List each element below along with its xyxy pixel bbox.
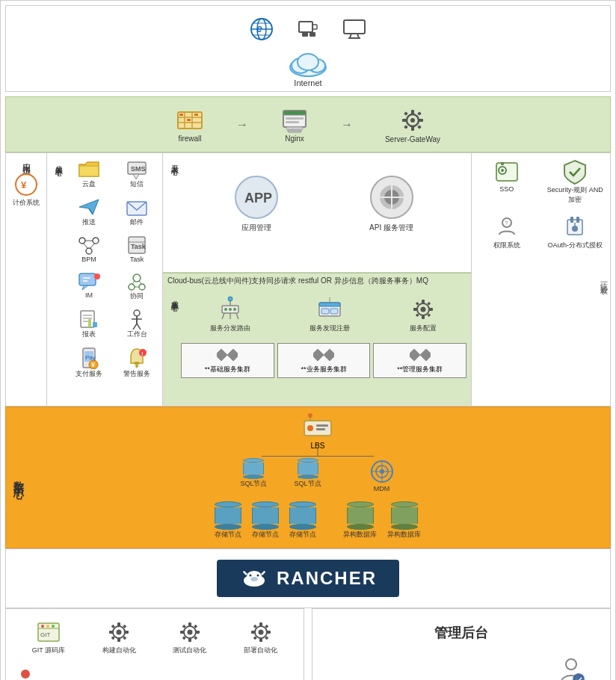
svg-point-140 [307, 425, 313, 431]
svg-line-80 [133, 324, 137, 330]
ps-row3: BPM Task Task [67, 232, 159, 265]
svg-rect-34 [411, 110, 414, 114]
service-config-label: 服务配置 [410, 324, 437, 333]
svg-rect-30 [286, 127, 303, 130]
svg-marker-47 [133, 174, 139, 179]
ps-row4: IM 协同 [67, 268, 159, 303]
svg-rect-35 [411, 126, 414, 131]
security-label: Security-规则 AND 加密 [546, 185, 606, 205]
bpm-block: BPM [69, 235, 109, 263]
svg-rect-175 [180, 631, 184, 634]
svg-rect-142 [316, 428, 325, 430]
sso-block: SSO [477, 158, 537, 205]
svg-rect-116 [413, 308, 417, 311]
test-icon [176, 619, 203, 646]
storage-3-label: 存储节点 [289, 530, 316, 540]
mdm-icon [369, 458, 395, 485]
workbench-icon [126, 309, 148, 330]
desktop-icon-block [341, 16, 368, 43]
connector-v1 [318, 448, 318, 456]
svg-point-52 [93, 238, 99, 244]
svg-point-144 [308, 413, 312, 418]
svg-point-66 [129, 284, 135, 290]
bpm-icon [78, 235, 100, 256]
center-col: 开发者中心 APP 应用管理 [163, 153, 472, 406]
service-router-block: 服务分发路由 [210, 295, 250, 333]
rancher-logo: RANCHER [217, 560, 399, 597]
sql-node-1: SQL节点 [240, 458, 267, 492]
mgmt-person-row: 平台管理员 [320, 657, 603, 680]
storage-3: 存储节点 [289, 501, 316, 540]
svg-rect-75 [93, 322, 97, 327]
biz-cluster: **业务服务集群 [277, 343, 371, 378]
svg-marker-61 [82, 285, 88, 290]
svg-text:Task: Task [131, 243, 147, 250]
svg-rect-24 [187, 119, 191, 121]
diamond-cluster-icon-3 [410, 347, 431, 362]
service-discovery-icon [315, 295, 344, 324]
collab-label: 协同 [130, 291, 144, 301]
storage-db-3 [289, 501, 316, 530]
auth-grid: SSO Security-规则 AND 加密 ? [475, 156, 607, 253]
svg-rect-36 [402, 119, 407, 122]
svg-point-162 [117, 630, 122, 635]
dev-center: 开发者中心 APP 应用管理 [163, 153, 471, 273]
cluster-diamonds-2 [281, 347, 367, 362]
data-center-content: LBS SQL节点 [31, 413, 604, 542]
svg-point-106 [228, 297, 232, 301]
svg-point-87 [134, 362, 140, 365]
auth-col: SSO Security-规则 AND 加密 ? [472, 153, 610, 406]
app-market-col: 应用市场 ¥ 计价系统 [6, 153, 47, 406]
cloud-icon [286, 51, 330, 77]
build-block: 构建自动化 [102, 619, 136, 655]
svg-rect-131 [501, 162, 504, 165]
api-icon [369, 175, 414, 220]
storage-db-2 [252, 501, 279, 530]
sms-label: 短信 [130, 179, 144, 189]
git-block: GIT GIT 源码库 [32, 619, 65, 655]
lbs-section: LBS [301, 413, 334, 450]
svg-rect-60 [79, 273, 96, 285]
security-icon [561, 158, 588, 185]
cicd-section: GIT GIT 源码库 [5, 608, 304, 680]
svg-rect-166 [125, 631, 129, 634]
rancher-bull-icon [239, 567, 269, 590]
git-icon: GIT [35, 619, 62, 646]
svg-rect-110 [330, 309, 338, 314]
rancher-section: RANCHER [5, 548, 611, 608]
internet-label: Internet [294, 78, 321, 87]
svg-rect-125 [324, 349, 334, 362]
svg-rect-29 [286, 121, 299, 123]
deploy-icon [247, 619, 274, 646]
push-label: 推送 [82, 217, 96, 227]
sms-icon: SMS [126, 158, 148, 179]
svg-rect-39 [417, 111, 422, 116]
svg-rect-126 [410, 349, 420, 362]
security-block: Security-规则 AND 加密 [546, 158, 606, 205]
svg-rect-176 [196, 631, 200, 634]
svg-line-68 [132, 281, 135, 284]
gateway-section: firewall → Nginx → [5, 96, 611, 152]
data-center-section: 数据中心 LBS [5, 407, 611, 548]
push-icon [78, 197, 100, 217]
push-block: 推送 [69, 197, 109, 227]
svg-point-172 [187, 630, 192, 635]
mdm-block: MDM [369, 458, 395, 492]
storage-2-label: 存储节点 [252, 530, 279, 540]
hetero-db-1 [347, 501, 374, 530]
svg-line-81 [137, 324, 141, 330]
svg-rect-23 [179, 114, 183, 116]
sql-node-2: SQL节点 [295, 458, 321, 492]
svg-rect-127 [419, 349, 430, 362]
data-center-label: 数据中心 [12, 473, 31, 482]
svg-rect-135 [570, 217, 573, 223]
collab-block: 协同 [117, 271, 157, 301]
mgmt-title: 管理后台 [434, 624, 488, 642]
svg-point-130 [501, 169, 504, 172]
arrow1: → [236, 118, 248, 132]
task-label: Task [130, 256, 144, 263]
svg-point-67 [139, 284, 145, 290]
svg-point-158 [46, 625, 49, 628]
app-icon: APP [234, 175, 279, 220]
svg-marker-48 [79, 200, 99, 214]
